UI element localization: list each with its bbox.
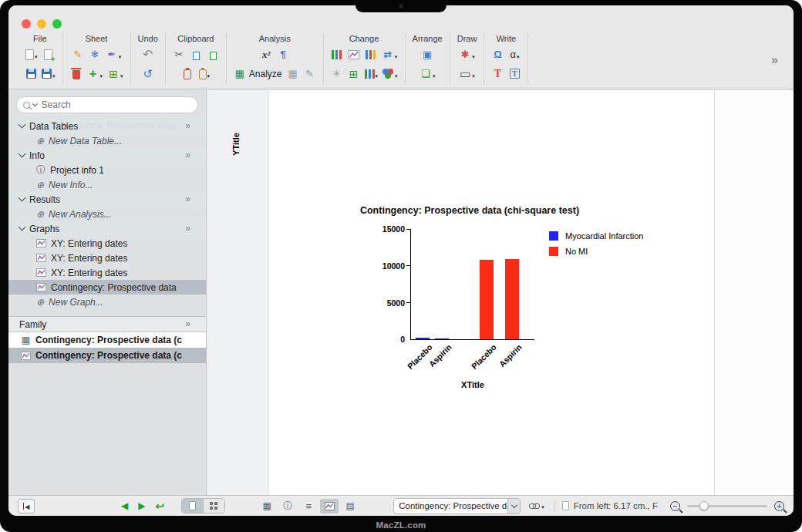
chevron-down-icon [395,67,398,81]
redo-button[interactable] [142,66,154,82]
close-button[interactable] [22,19,31,29]
section-more-icon[interactable] [185,318,190,329]
minimize-button[interactable] [37,19,46,29]
graph-view-button[interactable] [320,499,339,513]
toolbar-group-analysis: Analysis x² Analyze [227,33,324,84]
apply-style-button[interactable] [304,66,316,82]
add-dataset-button[interactable] [348,66,360,82]
new-file-button[interactable] [25,46,38,63]
single-sheet-view-button[interactable] [182,499,203,513]
symbol-button[interactable] [491,46,504,63]
table-view-button[interactable] [258,499,276,513]
duplicate-button[interactable] [207,46,219,63]
search-options-chevron-icon[interactable] [32,101,38,106]
dropdown-caret-button[interactable] [507,499,520,513]
toolbar-group-file: File [18,33,63,84]
previous-sheet-button[interactable]: ◀ [121,501,128,510]
linked-sheets-button[interactable] [529,501,544,510]
layout-view-button[interactable] [341,499,359,513]
family-section-header[interactable]: Family [8,316,206,332]
pencil-icon [72,48,84,62]
sidebar-item-graph-xy-3[interactable]: XY: Entering dates [8,265,206,280]
delete-sheet-button[interactable] [70,66,83,82]
save-button[interactable] [25,66,37,82]
graph-settings-button[interactable] [365,66,379,82]
open-file-button[interactable] [42,46,55,63]
info-icon [281,499,294,513]
change-graph-type-button[interactable] [331,46,343,63]
bar-nomi-placebo [480,260,494,339]
redo-icon [142,67,154,81]
pin-sheet-button[interactable] [106,46,122,63]
align-objects-button[interactable] [421,46,433,63]
group-objects-button[interactable] [420,66,436,82]
zoom-in-button[interactable] [774,501,784,511]
y-tick-label: 15000 [372,224,405,234]
sidebar-section-info[interactable]: Info [8,148,206,163]
toolbar-overflow-button[interactable] [771,53,778,67]
format-points-button[interactable] [331,66,343,82]
gallery-view-button[interactable] [203,499,224,513]
sidebar-section-graphs[interactable]: Graphs [8,221,206,236]
undo-button[interactable] [142,46,154,63]
insert-sheet-button[interactable] [107,66,123,82]
section-more-icon[interactable] [185,194,190,204]
align-icon [421,48,433,62]
sidebar-item-graph-xy-2[interactable]: XY: Entering dates [8,251,206,265]
cut-button[interactable] [173,46,185,63]
sheet-selector-dropdown[interactable]: Contingency: Prospective da [393,498,521,514]
sidebar-item-new-info[interactable]: New Info... [8,177,206,192]
analyze-button[interactable]: Analyze [234,66,282,82]
zoom-slider-thumb[interactable] [699,501,709,510]
greek-alpha-button[interactable]: α [508,46,521,63]
freeze-sheet-button[interactable] [89,46,101,63]
transform-button[interactable]: x² [260,46,272,63]
section-more-icon[interactable] [185,120,190,131]
sidebar-item-new-analysis[interactable]: New Analysis... [8,207,206,221]
draw-shape-button[interactable] [459,66,475,82]
next-sheet-button[interactable]: ▶ [138,501,145,510]
section-more-icon[interactable] [185,223,190,234]
search-input[interactable] [40,99,191,111]
new-sheet-button[interactable] [87,66,103,82]
save-as-button[interactable] [42,66,56,82]
grouped-bars-icon [366,50,376,59]
info-view-button[interactable] [278,499,297,513]
y-tick-mark [406,229,411,230]
swap-data-button[interactable] [382,46,398,63]
sidebar-section-results[interactable]: Results [8,192,206,207]
greek-symbol-icon [491,48,504,62]
collapse-navigator-button[interactable] [18,499,35,513]
zoom-button[interactable] [52,19,62,29]
draw-points-button[interactable] [459,46,475,63]
text-box-button[interactable]: T [508,66,521,82]
rename-sheet-button[interactable] [72,46,84,63]
copy-button[interactable] [190,46,202,63]
bar-graph-button[interactable] [365,46,377,63]
paste-special-button[interactable] [198,66,211,82]
sidebar-item-graph-contingency[interactable]: Contingency: Prospective data [8,280,206,295]
sidebar-item-new-graph[interactable]: New Graph... [8,295,206,309]
line-graph-button[interactable] [348,46,360,63]
results-view-button[interactable] [299,499,318,513]
sidebar-item-graph-xy-1[interactable]: XY: Entering dates [8,236,206,251]
results-table-button[interactable] [287,66,299,82]
graph-icon [36,239,46,247]
graph-page[interactable]: Contingency: Prospective data (chi-squar… [268,90,728,495]
sidebar-section-data-tables[interactable]: Data Tables [8,119,206,133]
section-more-icon[interactable] [185,150,190,160]
sidebar-item-new-data-table[interactable]: New Data Table... [8,133,206,148]
paste-button[interactable] [181,66,194,82]
sidebar-item-project-info[interactable]: Project info 1 [8,163,206,177]
zoom-slider[interactable] [687,501,767,510]
interpolate-button[interactable] [277,46,289,63]
search-box[interactable] [16,96,198,113]
color-scheme-button[interactable] [382,66,398,82]
family-item-table[interactable]: Contingency: Prospective data (c [8,332,206,348]
text-tool-button[interactable]: T [491,66,504,82]
table-icon [21,335,31,345]
zoom-out-button[interactable] [670,501,680,511]
family-item-graph[interactable]: Contingency: Prospective data (c [8,348,206,363]
x-tick-label: Placebo [470,342,498,371]
go-back-button[interactable]: ↩ [155,500,164,511]
